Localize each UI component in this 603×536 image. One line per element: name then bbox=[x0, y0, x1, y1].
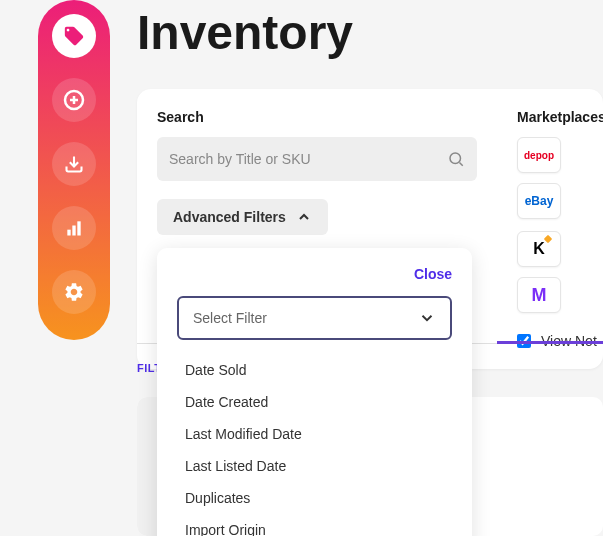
marketplaces-section: Marketplaces depop eBay K M View Not bbox=[517, 109, 603, 349]
sidebar-tag-button[interactable] bbox=[52, 14, 96, 58]
marketplace-tile-m[interactable]: M bbox=[517, 277, 561, 313]
filter-option-date-sold[interactable]: Date Sold bbox=[185, 354, 452, 386]
svg-rect-4 bbox=[67, 230, 70, 236]
select-filter-dropdown[interactable]: Select Filter bbox=[177, 296, 452, 340]
page-title: Inventory bbox=[137, 5, 353, 60]
filter-option-duplicates[interactable]: Duplicates bbox=[185, 482, 452, 514]
filter-dropdown-panel: Close Select Filter Date Sold Date Creat… bbox=[157, 248, 472, 536]
filter-options-list: Date Sold Date Created Last Modified Dat… bbox=[177, 350, 452, 536]
sidebar-download-button[interactable] bbox=[52, 142, 96, 186]
marketplace-k-label: K bbox=[533, 240, 545, 258]
search-input-wrap bbox=[157, 137, 477, 181]
gear-icon bbox=[63, 281, 85, 303]
plus-circle-icon bbox=[62, 88, 86, 112]
search-icon bbox=[447, 150, 465, 168]
chevron-down-icon bbox=[418, 309, 436, 327]
sidebar-nav bbox=[38, 0, 110, 340]
search-label: Search bbox=[157, 109, 477, 125]
sidebar-analytics-button[interactable] bbox=[52, 206, 96, 250]
close-button[interactable]: Close bbox=[177, 266, 452, 282]
advanced-filters-label: Advanced Filters bbox=[173, 209, 286, 225]
sidebar-add-button[interactable] bbox=[52, 78, 96, 122]
tag-icon bbox=[63, 25, 85, 47]
chevron-up-icon bbox=[296, 209, 312, 225]
filter-option-import-origin[interactable]: Import Origin bbox=[185, 514, 452, 536]
marketplaces-label: Marketplaces bbox=[517, 109, 603, 125]
download-icon bbox=[64, 154, 84, 174]
sidebar-settings-button[interactable] bbox=[52, 270, 96, 314]
chart-bar-icon bbox=[64, 218, 84, 238]
marketplace-row-1: depop eBay bbox=[517, 137, 603, 219]
k-accent-icon bbox=[544, 235, 552, 243]
filter-option-last-modified[interactable]: Last Modified Date bbox=[185, 418, 452, 450]
svg-point-7 bbox=[450, 153, 461, 164]
marketplace-tile-k[interactable]: K bbox=[517, 231, 561, 267]
search-input[interactable] bbox=[169, 151, 447, 167]
filter-option-last-listed[interactable]: Last Listed Date bbox=[185, 450, 452, 482]
advanced-filters-button[interactable]: Advanced Filters bbox=[157, 199, 328, 235]
marketplace-tile-ebay[interactable]: eBay bbox=[517, 183, 561, 219]
marketplace-tile-depop[interactable]: depop bbox=[517, 137, 561, 173]
tab-indicator bbox=[497, 341, 603, 344]
select-filter-placeholder: Select Filter bbox=[193, 310, 267, 326]
svg-rect-5 bbox=[72, 226, 75, 236]
svg-rect-6 bbox=[77, 221, 80, 235]
svg-line-8 bbox=[459, 162, 462, 165]
marketplace-row-2: K M bbox=[517, 231, 603, 313]
filter-option-date-created[interactable]: Date Created bbox=[185, 386, 452, 418]
